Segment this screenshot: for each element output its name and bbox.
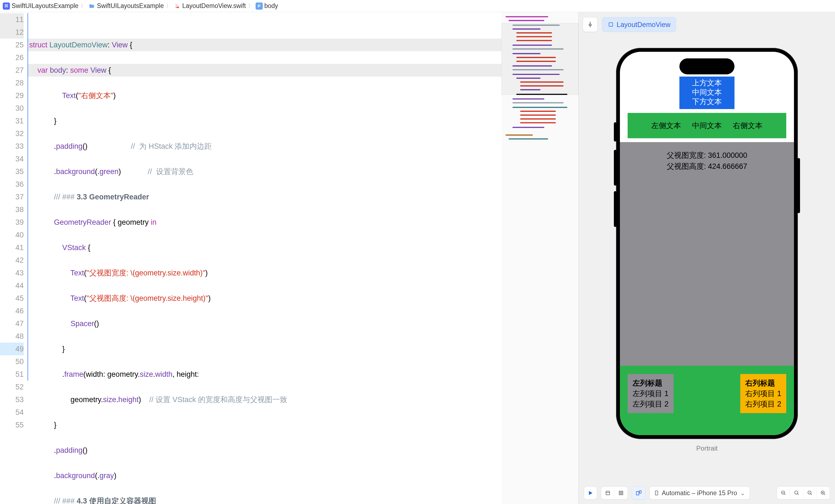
svg-rect-34 — [619, 493, 620, 495]
orientation-label: Portrait — [696, 444, 717, 452]
preview-geometry: 父视图宽度: 361.000000 父视图高度: 424.666667 — [620, 142, 794, 366]
zoom-fit-button[interactable] — [790, 486, 803, 500]
dynamic-island — [679, 58, 734, 74]
preview-chip[interactable]: LayoutDemoView — [602, 17, 676, 32]
folder-icon — [88, 2, 95, 9]
view-icon — [608, 21, 614, 27]
live-mode-button[interactable] — [614, 486, 628, 500]
svg-point-40 — [795, 491, 798, 495]
svg-rect-32 — [619, 491, 620, 492]
chevron-icon: 〉 — [165, 2, 172, 9]
device-frame: 上方文本 中间文本 下方文本 左侧文本 中间文本 右侧文本 父视图宽度: 361… — [616, 48, 798, 439]
svg-rect-37 — [639, 491, 641, 493]
minimap[interactable] — [502, 12, 578, 504]
swift-icon — [174, 2, 181, 9]
svg-rect-38 — [655, 491, 658, 495]
phone-icon — [654, 490, 659, 496]
svg-rect-36 — [636, 491, 639, 495]
svg-rect-35 — [622, 493, 623, 495]
preview-hstack: 左侧文本 中间文本 右侧文本 — [628, 113, 786, 138]
svg-rect-33 — [622, 491, 623, 492]
selectable-mode-button[interactable] — [601, 486, 614, 500]
chevron-icon: 〉 — [248, 2, 254, 9]
chevron-down-icon: ⌄ — [740, 489, 745, 497]
svg-rect-31 — [606, 491, 609, 495]
bc-symbol[interactable]: body — [264, 2, 278, 9]
bc-project[interactable]: SwiftUILayoutsExample — [12, 2, 79, 9]
device-selector[interactable]: Automatic – iPhone 15 Pro ⌄ — [649, 486, 750, 500]
code-editor[interactable]: 11 12 25 26 27 28 29 30 31 32 33 34 35 3… — [0, 12, 579, 504]
zoom-out-button[interactable] — [777, 486, 790, 500]
chevron-icon: 〉 — [80, 2, 86, 9]
variants-button[interactable] — [632, 486, 645, 500]
preview-vstack: 上方文本 中间文本 下方文本 — [679, 77, 734, 109]
svg-rect-30 — [609, 23, 612, 26]
preview-canvas: LayoutDemoView 上方文本 中间文本 — [579, 12, 835, 504]
bc-folder[interactable]: SwiftUILayoutsExample — [97, 2, 164, 9]
line-gutter: 11 12 25 26 27 28 29 30 31 32 33 34 35 3… — [0, 12, 27, 504]
preview-screen[interactable]: 上方文本 中间文本 下方文本 左侧文本 中间文本 右侧文本 父视图宽度: 361… — [620, 52, 794, 435]
preview-two-column: 左列标题 左列项目 1 左列项目 2 右列标题 右列项目 1 右列项目 2 — [620, 366, 794, 435]
pin-button[interactable] — [583, 17, 597, 32]
zoom-actual-button[interactable] — [803, 486, 817, 500]
preview-chip-label: LayoutDemoView — [617, 21, 670, 29]
code-area[interactable]: struct LayoutDemoView: View { var body: … — [27, 12, 502, 504]
property-icon: P — [256, 2, 263, 9]
zoom-in-button[interactable] — [817, 486, 830, 500]
run-preview-button[interactable] — [584, 486, 597, 500]
bc-file[interactable]: LayoutDemoView.swift — [182, 2, 246, 9]
project-icon: ⌘ — [3, 2, 10, 9]
canvas-toolbar: Automatic – iPhone 15 Pro ⌄ — [579, 482, 835, 504]
breadcrumb: ⌘ SwiftUILayoutsExample 〉 SwiftUILayouts… — [0, 0, 835, 12]
